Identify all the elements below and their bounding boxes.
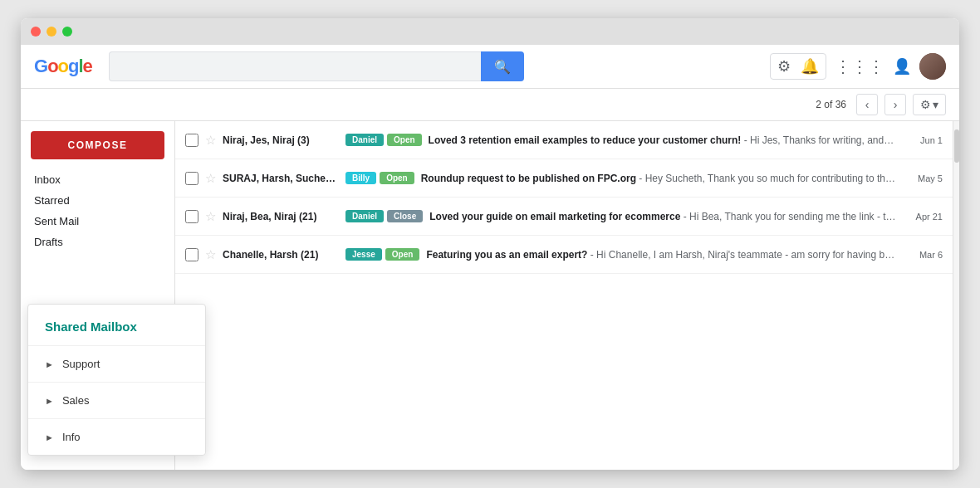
notifications-icon[interactable]: 🔔 — [801, 57, 819, 76]
email-sender: SURAJ, Harsh, Sucheth (6) — [223, 173, 339, 184]
settings-dropdown-icon: ▾ — [933, 98, 938, 111]
popup-item-label: Info — [62, 431, 81, 443]
tag-group: Daniel Open — [345, 134, 422, 146]
search-bar: 🔍 — [109, 51, 524, 81]
email-checkbox[interactable] — [185, 172, 198, 185]
title-bar — [21, 18, 959, 45]
email-date: Apr 21 — [909, 212, 943, 222]
browser-window: Google 🔍 ⚙ 🔔 ⋮⋮⋮ 👤 2 of 36 ‹ › ⚙ ▾ — [21, 18, 959, 470]
email-sender: Niraj, Jes, Niraj (3) — [223, 134, 339, 146]
email-list: ☆ Niraj, Jes, Niraj (3) Daniel Open Love… — [174, 121, 953, 470]
sidebar-item-inbox[interactable]: Inbox — [21, 169, 174, 190]
search-icon: 🔍 — [494, 59, 511, 75]
chevron-right-icon: ► — [45, 432, 54, 442]
sidebar: COMPOSE Inbox Starred Sent Mail Drafts S… — [21, 121, 174, 470]
tag-assignee: Billy — [345, 172, 376, 184]
sidebar-item-sent[interactable]: Sent Mail — [21, 211, 174, 232]
shared-mailbox-info[interactable]: ► Info — [28, 419, 205, 455]
next-page-button[interactable]: › — [884, 94, 906, 115]
tag-status: Open — [385, 248, 420, 261]
email-preview: Loved 3 retention email examples to redu… — [429, 134, 896, 146]
sidebar-item-label: Starred — [34, 194, 70, 207]
account-icon[interactable]: 👤 — [893, 57, 911, 76]
table-row[interactable]: ☆ SURAJ, Harsh, Sucheth (6) Billy Open R… — [175, 159, 953, 198]
tag-assignee: Daniel — [345, 210, 384, 222]
chevron-right-icon: ► — [45, 359, 54, 369]
shared-mailbox-support[interactable]: ► Support — [28, 346, 205, 382]
settings-icon: ⚙ — [920, 98, 931, 111]
email-preview: Roundup request to be published on FPC.o… — [421, 173, 896, 184]
google-logo: Google — [34, 56, 92, 77]
logo-e: e — [83, 56, 92, 76]
search-button[interactable]: 🔍 — [481, 51, 524, 81]
sidebar-item-label: Sent Mail — [34, 215, 79, 227]
search-input[interactable] — [109, 51, 481, 81]
table-row[interactable]: ☆ Niraj, Bea, Niraj (21) Daniel Close Lo… — [175, 198, 953, 236]
email-checkbox[interactable] — [185, 210, 198, 223]
prev-page-button[interactable]: ‹ — [856, 94, 878, 115]
email-preview: Loved your guide on email marketing for … — [429, 211, 896, 222]
chevron-right-icon: ► — [45, 396, 54, 406]
sidebar-item-label: Drafts — [34, 236, 63, 248]
email-date: Mar 6 — [909, 250, 943, 260]
compose-button[interactable]: COMPOSE — [31, 131, 164, 159]
scrollbar-thumb[interactable] — [954, 129, 959, 163]
maximize-button[interactable] — [62, 27, 72, 37]
tag-group: Daniel Close — [345, 210, 423, 222]
star-icon[interactable]: ☆ — [205, 209, 216, 224]
view-settings-button[interactable]: ⚙ ▾ — [913, 94, 946, 115]
logo-o1: o — [47, 56, 57, 76]
avatar[interactable] — [919, 53, 946, 80]
email-checkbox[interactable] — [185, 248, 198, 261]
sidebar-item-drafts[interactable]: Drafts — [21, 232, 174, 252]
email-sender: Chanelle, Harsh (21) — [223, 249, 339, 261]
popup-item-label: Sales — [62, 394, 90, 407]
email-checkbox[interactable] — [185, 134, 198, 147]
tag-assignee: Daniel — [345, 134, 384, 146]
tag-group: Billy Open — [345, 172, 414, 184]
scrollbar[interactable] — [953, 121, 959, 470]
tag-status: Open — [387, 134, 422, 146]
settings-icon[interactable]: ⚙ — [777, 57, 791, 76]
tag-assignee: Jesse — [345, 248, 382, 261]
tag-status: Close — [387, 210, 423, 222]
close-button[interactable] — [31, 27, 41, 37]
sidebar-item-label: Inbox — [34, 173, 61, 186]
shared-mailbox-title: Shared Mailbox — [28, 305, 205, 345]
tag-group: Jesse Open — [345, 248, 419, 261]
page-info: 2 of 36 — [816, 99, 846, 110]
popup-item-label: Support — [62, 358, 100, 370]
header-right: ⚙ 🔔 ⋮⋮⋮ 👤 — [770, 53, 946, 80]
email-sender: Niraj, Bea, Niraj (21) — [223, 211, 339, 222]
logo-g2: g — [68, 56, 78, 76]
shared-mailbox-popup: Shared Mailbox ► Support ► Sales ► Info — [27, 304, 206, 456]
shared-mailbox-sales[interactable]: ► Sales — [28, 383, 205, 418]
logo-o2: o — [58, 56, 68, 76]
star-icon[interactable]: ☆ — [205, 171, 216, 186]
minimize-button[interactable] — [47, 27, 56, 37]
toolbar-row: 2 of 36 ‹ › ⚙ ▾ — [21, 89, 959, 121]
apps-icon[interactable]: ⋮⋮⋮ — [835, 56, 884, 76]
star-icon[interactable]: ☆ — [205, 133, 216, 148]
gmail-header: Google 🔍 ⚙ 🔔 ⋮⋮⋮ 👤 — [21, 45, 959, 89]
avatar-image — [919, 53, 946, 80]
header-icon-group: ⚙ 🔔 — [770, 53, 826, 80]
sidebar-item-starred[interactable]: Starred — [21, 190, 174, 211]
table-row[interactable]: ☆ Chanelle, Harsh (21) Jesse Open Featur… — [175, 236, 953, 274]
email-preview: Featuring you as an email expert? - Hi C… — [426, 249, 896, 261]
logo-g: G — [34, 56, 47, 76]
email-date: Jun 1 — [909, 135, 943, 145]
table-row[interactable]: ☆ Niraj, Jes, Niraj (3) Daniel Open Love… — [175, 121, 953, 159]
main-layout: COMPOSE Inbox Starred Sent Mail Drafts S… — [21, 121, 959, 470]
star-icon[interactable]: ☆ — [205, 247, 216, 262]
email-date: May 5 — [909, 173, 943, 183]
tag-status: Open — [380, 172, 414, 184]
